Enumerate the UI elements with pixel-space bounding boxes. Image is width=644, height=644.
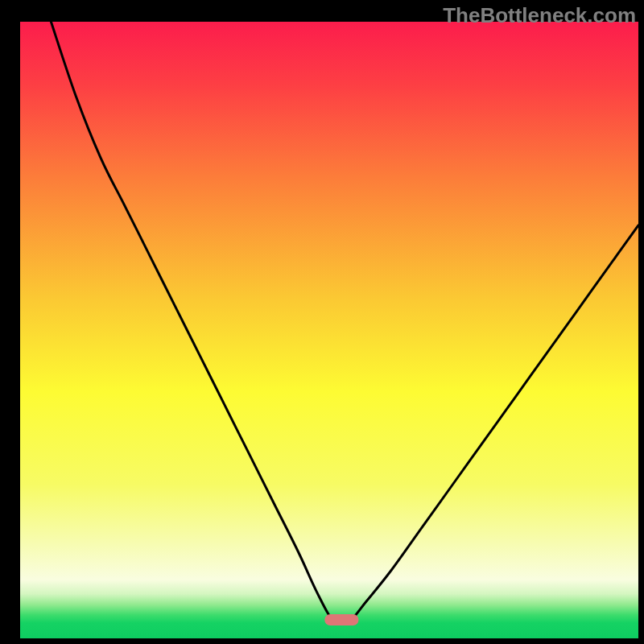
chart-frame: TheBottleneck.com bbox=[0, 0, 644, 644]
balance-marker bbox=[324, 614, 358, 625]
watermark-text: TheBottleneck.com bbox=[443, 3, 636, 28]
plot-background bbox=[20, 22, 638, 638]
bottleneck-chart bbox=[0, 0, 644, 644]
